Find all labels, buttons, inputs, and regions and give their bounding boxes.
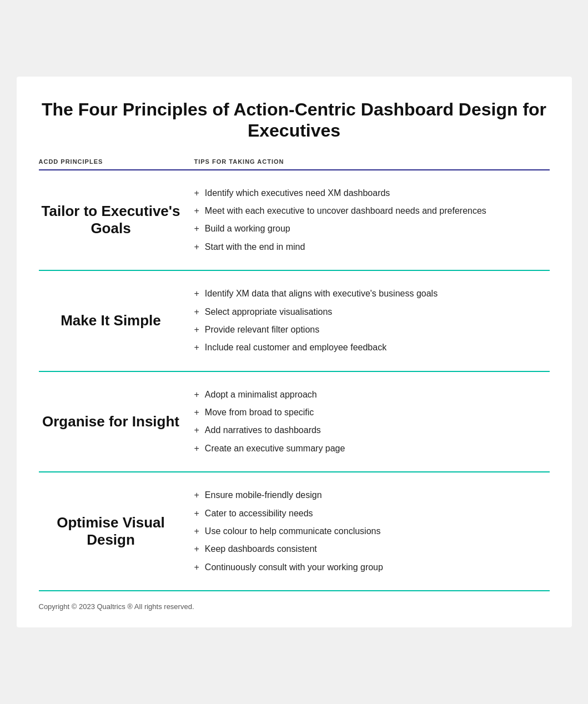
- col-header-principles: ACDD PRINCIPLES: [39, 158, 194, 165]
- tip-plus-icon: +: [194, 406, 199, 419]
- tip-item: +Create an executive summary page: [194, 442, 550, 455]
- tip-plus-icon: +: [194, 324, 199, 336]
- tip-plus-icon: +: [194, 507, 199, 520]
- tip-item: +Build a working group: [194, 223, 550, 235]
- tip-item: +Include real customer and employee feed…: [194, 341, 550, 354]
- tip-item: +Keep dashboards consistent: [194, 543, 550, 555]
- tip-plus-icon: +: [194, 424, 199, 436]
- tip-plus-icon: +: [194, 205, 199, 217]
- tip-item: +Select appropriate visualisations: [194, 306, 550, 318]
- principle-row-simple: Make It Simple+Identify XM data that ali…: [39, 271, 550, 372]
- tip-plus-icon: +: [194, 543, 199, 555]
- principle-tips-organise: +Adopt a minimalist approach+Move from b…: [194, 389, 550, 455]
- tip-text: Move from broad to specific: [205, 406, 314, 419]
- tip-item: +Add narratives to dashboards: [194, 424, 550, 436]
- tip-plus-icon: +: [194, 389, 199, 401]
- tip-plus-icon: +: [194, 288, 199, 300]
- tip-item: +Meet with each executive to uncover das…: [194, 205, 550, 217]
- tip-plus-icon: +: [194, 223, 199, 235]
- principles-list: Tailor to Executive's Goals+Identify whi…: [39, 170, 550, 592]
- tip-plus-icon: +: [194, 561, 199, 574]
- tip-text: Identify XM data that aligns with execut…: [205, 288, 438, 300]
- column-headers: ACDD PRINCIPLES TIPS FOR TAKING ACTION: [39, 158, 550, 170]
- tip-plus-icon: +: [194, 306, 199, 318]
- tip-item: +Cater to accessibility needs: [194, 507, 550, 520]
- principle-title-tailor: Tailor to Executive's Goals: [39, 203, 194, 237]
- tip-item: +Provide relevant filter options: [194, 324, 550, 336]
- footer-text: Copyright © 2023 Qualtrics ® All rights …: [39, 602, 550, 611]
- tip-item: +Identify XM data that aligns with execu…: [194, 288, 550, 300]
- tip-plus-icon: +: [194, 525, 199, 537]
- principle-title-organise: Organise for Insight: [39, 413, 194, 430]
- tip-item: +Start with the end in mind: [194, 241, 550, 253]
- main-card: The Four Principles of Action-Centric Da…: [17, 77, 572, 627]
- col-header-tips: TIPS FOR TAKING ACTION: [194, 158, 550, 165]
- tip-item: +Continuously consult with your working …: [194, 561, 550, 574]
- tip-item: +Move from broad to specific: [194, 406, 550, 419]
- tip-text: Adopt a minimalist approach: [205, 389, 317, 401]
- tip-text: Create an executive summary page: [205, 442, 345, 455]
- tip-text: Build a working group: [205, 223, 290, 235]
- principle-row-optimise: Optimise Visual Design+Ensure mobile-fri…: [39, 472, 550, 591]
- tip-text: Continuously consult with your working g…: [205, 561, 383, 574]
- tip-text: Meet with each executive to uncover dash…: [205, 205, 486, 217]
- principle-tips-tailor: +Identify which executives need XM dashb…: [194, 187, 550, 254]
- principle-row-tailor: Tailor to Executive's Goals+Identify whi…: [39, 170, 550, 271]
- tip-item: +Use colour to help communicate conclusi…: [194, 525, 550, 537]
- principle-tips-optimise: +Ensure mobile-friendly design+Cater to …: [194, 489, 550, 574]
- tip-text: Identify which executives need XM dashbo…: [205, 187, 390, 199]
- tip-text: Keep dashboards consistent: [205, 543, 317, 555]
- tip-text: Provide relevant filter options: [205, 324, 319, 336]
- tip-text: Start with the end in mind: [205, 241, 305, 253]
- principle-tips-simple: +Identify XM data that aligns with execu…: [194, 288, 550, 354]
- tip-plus-icon: +: [194, 341, 199, 354]
- tip-plus-icon: +: [194, 241, 199, 253]
- tip-text: Include real customer and employee feedb…: [205, 341, 386, 354]
- tip-item: +Ensure mobile-friendly design: [194, 489, 550, 501]
- tip-plus-icon: +: [194, 489, 199, 501]
- tip-item: +Identify which executives need XM dashb…: [194, 187, 550, 199]
- tip-text: Add narratives to dashboards: [205, 424, 321, 436]
- tip-plus-icon: +: [194, 442, 199, 455]
- tip-item: +Adopt a minimalist approach: [194, 389, 550, 401]
- principle-title-optimise: Optimise Visual Design: [39, 514, 194, 549]
- tip-plus-icon: +: [194, 187, 199, 199]
- tip-text: Use colour to help communicate conclusio…: [205, 525, 381, 537]
- tip-text: Select appropriate visualisations: [205, 306, 332, 318]
- tip-text: Cater to accessibility needs: [205, 507, 313, 520]
- principle-row-organise: Organise for Insight+Adopt a minimalist …: [39, 372, 550, 473]
- tip-text: Ensure mobile-friendly design: [205, 489, 322, 501]
- page-title: The Four Principles of Action-Centric Da…: [39, 99, 550, 142]
- principle-title-simple: Make It Simple: [39, 312, 194, 329]
